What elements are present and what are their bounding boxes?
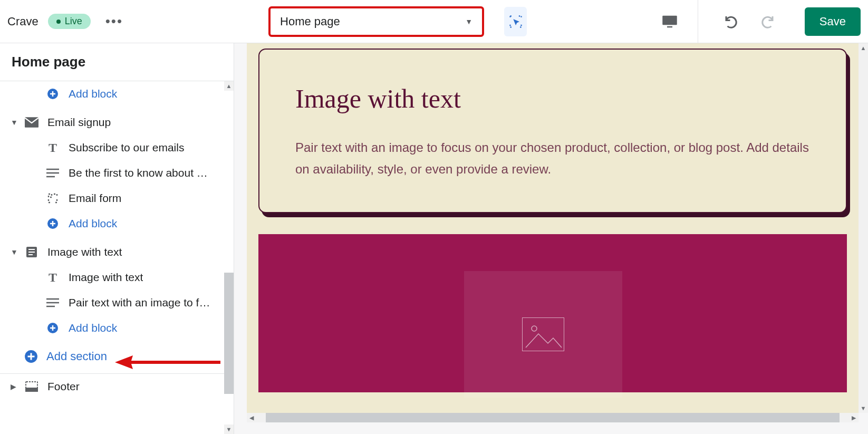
- block-label: Be the first to know about n...: [69, 167, 211, 179]
- scrollbar-thumb[interactable]: [266, 413, 840, 422]
- preview-hero[interactable]: [258, 234, 847, 392]
- block-label: Email form: [69, 192, 121, 205]
- add-section-label: Add section: [46, 350, 107, 363]
- heading-icon: T: [45, 141, 60, 155]
- sidebar-scrollbar[interactable]: ▲ ▼: [224, 81, 234, 434]
- add-block-label: Add block: [69, 88, 117, 100]
- block-label: Pair text with an image to fo...: [69, 296, 211, 309]
- svg-rect-9: [26, 388, 37, 391]
- add-block-button[interactable]: Add block: [0, 81, 234, 107]
- scroll-down-icon[interactable]: ▼: [859, 403, 868, 413]
- separator: [698, 0, 698, 43]
- preview-body: Pair text with an image to focus on your…: [295, 137, 810, 180]
- theme-name: Crave: [7, 15, 38, 28]
- email-icon: [24, 117, 39, 128]
- section-label: Image with text: [47, 246, 122, 258]
- chevron-down-icon[interactable]: ▼: [11, 118, 18, 127]
- page-selector-dropdown[interactable]: Home page ▼: [268, 6, 484, 37]
- image-icon: [522, 317, 564, 351]
- undo-button[interactable]: [724, 14, 739, 30]
- desktop-view-button[interactable]: [662, 15, 678, 28]
- block-email-form[interactable]: Email form: [0, 186, 234, 211]
- preview-heading: Image with text: [295, 83, 810, 114]
- preview-canvas[interactable]: Image with text Pair text with an image …: [247, 43, 859, 413]
- redo-button[interactable]: [759, 14, 775, 30]
- block-heading[interactable]: T Subscribe to our emails: [0, 135, 234, 160]
- scroll-down-icon[interactable]: ▼: [224, 425, 234, 434]
- sidebar-title: Home page: [0, 43, 234, 81]
- status-label: Live: [65, 16, 82, 27]
- footer-icon: [24, 381, 39, 392]
- image-placeholder[interactable]: [464, 271, 622, 398]
- section-label: Footer: [47, 380, 80, 393]
- page-selector-label: Home page: [280, 15, 340, 28]
- svg-rect-1: [667, 26, 672, 27]
- more-actions-button[interactable]: •••: [100, 11, 128, 32]
- block-heading[interactable]: T Image with text: [0, 265, 234, 290]
- chevron-right-icon[interactable]: ▶: [11, 382, 16, 391]
- paragraph-icon: [45, 298, 60, 307]
- sidebar-section-footer[interactable]: ▶ Footer: [0, 374, 234, 399]
- svg-point-10: [532, 326, 537, 331]
- add-block-label: Add block: [69, 217, 117, 230]
- save-button[interactable]: Save: [805, 7, 861, 36]
- status-badge: Live: [48, 14, 91, 29]
- preview-area: Image with text Pair text with an image …: [234, 43, 868, 434]
- block-paragraph[interactable]: Pair text with an image to fo...: [0, 290, 234, 315]
- scrollbar-thumb[interactable]: [224, 273, 234, 394]
- plus-circle-icon: [24, 350, 38, 363]
- scroll-left-icon[interactable]: ◀: [247, 414, 256, 421]
- scroll-up-icon[interactable]: ▲: [859, 43, 868, 53]
- preview-horizontal-scrollbar[interactable]: ◀ ▶: [247, 413, 859, 422]
- plus-circle-icon: [45, 88, 60, 100]
- status-dot-icon: [56, 20, 61, 24]
- scroll-up-icon[interactable]: ▲: [224, 81, 234, 91]
- preview-text-card[interactable]: Image with text Pair text with an image …: [258, 49, 847, 213]
- plus-circle-icon: [45, 322, 60, 334]
- block-label: Image with text: [69, 271, 143, 284]
- plus-circle-icon: [45, 217, 60, 230]
- sidebar-section-email-signup[interactable]: ▼ Email signup: [0, 110, 234, 135]
- add-section-button[interactable]: Add section: [0, 344, 234, 369]
- sidebar-section-image-with-text[interactable]: ▼ Image with text: [0, 239, 234, 265]
- scroll-right-icon[interactable]: ▶: [849, 414, 859, 421]
- chevron-down-icon: ▼: [465, 17, 472, 26]
- add-block-button[interactable]: Add block: [0, 211, 234, 236]
- annotation-arrow-icon: [115, 354, 220, 370]
- add-block-button[interactable]: Add block: [0, 315, 234, 341]
- form-icon: [45, 192, 60, 205]
- chevron-down-icon[interactable]: ▼: [11, 248, 18, 256]
- paragraph-icon: [45, 168, 60, 178]
- heading-icon: T: [45, 271, 60, 285]
- sidebar: Home page Add block ▼ Email signup T Sub…: [0, 43, 234, 434]
- add-block-label: Add block: [69, 322, 117, 334]
- section-label: Email signup: [47, 116, 111, 129]
- preview-vertical-scrollbar[interactable]: ▲ ▼: [859, 43, 868, 413]
- section-picker-button[interactable]: [504, 7, 527, 36]
- block-paragraph[interactable]: Be the first to know about n...: [0, 160, 234, 186]
- svg-rect-0: [662, 15, 677, 25]
- block-label: Subscribe to our emails: [69, 141, 184, 154]
- text-section-icon: [24, 246, 39, 258]
